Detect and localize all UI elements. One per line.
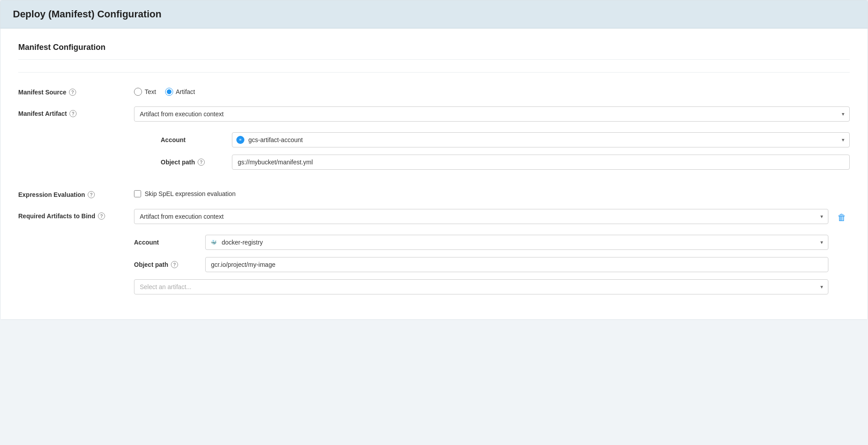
skip-spel-checkbox-group: Skip SpEL expression evaluation bbox=[134, 188, 850, 197]
manifest-account-row: Account = gcs-artifact-account ▾ bbox=[161, 132, 850, 147]
required-artifacts-select-area: Artifact from execution context ▾ Accoun… bbox=[134, 209, 828, 294]
manifest-object-path-control bbox=[232, 155, 850, 170]
expression-evaluation-control: Skip SpEL expression evaluation bbox=[134, 188, 850, 197]
text-radio-option[interactable]: Text bbox=[134, 88, 156, 96]
manifest-artifact-row: Manifest Artifact ? Artifact from execut… bbox=[18, 106, 850, 177]
required-object-path-help-icon[interactable]: ? bbox=[171, 261, 178, 268]
manifest-artifact-select[interactable]: Artifact from execution context bbox=[134, 106, 850, 122]
artifact-radio-label: Artifact bbox=[176, 88, 195, 95]
manifest-source-label: Manifest Source ? bbox=[18, 85, 134, 96]
manifest-account-select[interactable]: gcs-artifact-account bbox=[232, 132, 850, 147]
manifest-source-row: Manifest Source ? Text Artifact bbox=[18, 85, 850, 96]
required-account-label: Account bbox=[134, 239, 205, 246]
select-artifact-select[interactable]: Select an artifact... bbox=[134, 279, 828, 294]
required-artifacts-label: Required Artifacts to Bind ? bbox=[18, 209, 134, 220]
manifest-object-path-help-icon[interactable]: ? bbox=[198, 159, 205, 166]
select-artifact-select-wrapper: Select an artifact... ▾ bbox=[134, 279, 828, 294]
required-artifacts-help-icon[interactable]: ? bbox=[98, 212, 105, 220]
required-object-path-control bbox=[205, 257, 828, 272]
text-radio-input[interactable] bbox=[134, 88, 142, 96]
delete-artifact-button[interactable]: 🗑 bbox=[834, 209, 850, 226]
required-artifacts-nested: Account 🐳 docker-registry bbox=[134, 228, 828, 272]
manifest-account-control: = gcs-artifact-account ▾ bbox=[232, 132, 850, 147]
required-artifacts-select-wrapper: Artifact from execution context ▾ bbox=[134, 209, 828, 224]
manifest-artifact-help-icon[interactable]: ? bbox=[69, 110, 77, 117]
skip-spel-label: Skip SpEL expression evaluation bbox=[145, 190, 235, 197]
manifest-source-control: Text Artifact bbox=[134, 85, 850, 96]
page-title: Deploy (Manifest) Configuration bbox=[13, 8, 855, 20]
page-header: Deploy (Manifest) Configuration bbox=[0, 0, 868, 29]
manifest-object-path-label: Object path ? bbox=[161, 159, 232, 166]
manifest-artifact-label: Manifest Artifact ? bbox=[18, 106, 134, 117]
expression-evaluation-help-icon[interactable]: ? bbox=[88, 191, 95, 198]
manifest-source-help-icon[interactable]: ? bbox=[69, 89, 76, 96]
required-account-control: 🐳 docker-registry ▾ bbox=[205, 235, 828, 250]
section-title: Manifest Configuration bbox=[18, 43, 850, 60]
required-account-row: Account 🐳 docker-registry bbox=[134, 235, 828, 250]
manifest-object-path-input[interactable] bbox=[232, 155, 850, 170]
manifest-account-label: Account bbox=[161, 136, 232, 143]
section-divider bbox=[18, 72, 850, 73]
required-object-path-input[interactable] bbox=[205, 257, 828, 272]
artifact-radio-input[interactable] bbox=[165, 88, 173, 96]
artifact-radio-option[interactable]: Artifact bbox=[165, 88, 195, 96]
page-container: Deploy (Manifest) Configuration Manifest… bbox=[0, 0, 868, 320]
required-object-path-label: Object path ? bbox=[134, 261, 205, 268]
required-account-select-outer: 🐳 docker-registry ▾ bbox=[205, 235, 828, 250]
text-radio-label: Text bbox=[145, 88, 156, 95]
required-artifacts-control: Artifact from execution context ▾ Accoun… bbox=[134, 209, 850, 294]
manifest-artifact-select-wrapper: Artifact from execution context ▾ bbox=[134, 106, 850, 122]
manifest-artifact-control: Artifact from execution context ▾ Accoun… bbox=[134, 106, 850, 177]
skip-spel-checkbox[interactable] bbox=[134, 190, 141, 197]
expression-evaluation-label: Expression Evaluation ? bbox=[18, 188, 134, 198]
required-artifacts-row: Required Artifacts to Bind ? Artifact fr… bbox=[18, 209, 850, 294]
manifest-object-path-row: Object path ? bbox=[161, 155, 850, 170]
manifest-account-select-outer: = gcs-artifact-account ▾ bbox=[232, 132, 850, 147]
trash-icon: 🗑 bbox=[837, 212, 846, 222]
expression-evaluation-row: Expression Evaluation ? Skip SpEL expres… bbox=[18, 188, 850, 198]
required-account-select[interactable]: docker-registry bbox=[205, 235, 828, 250]
manifest-artifact-nested: Account = gcs-artifact-account ▾ bbox=[134, 125, 850, 170]
required-artifacts-select[interactable]: Artifact from execution context bbox=[134, 209, 828, 224]
page-body: Manifest Configuration Manifest Source ?… bbox=[0, 29, 868, 319]
required-object-path-row: Object path ? bbox=[134, 257, 828, 272]
select-artifact-wrapper: Select an artifact... ▾ bbox=[134, 279, 828, 294]
manifest-source-radio-group: Text Artifact bbox=[134, 85, 850, 96]
